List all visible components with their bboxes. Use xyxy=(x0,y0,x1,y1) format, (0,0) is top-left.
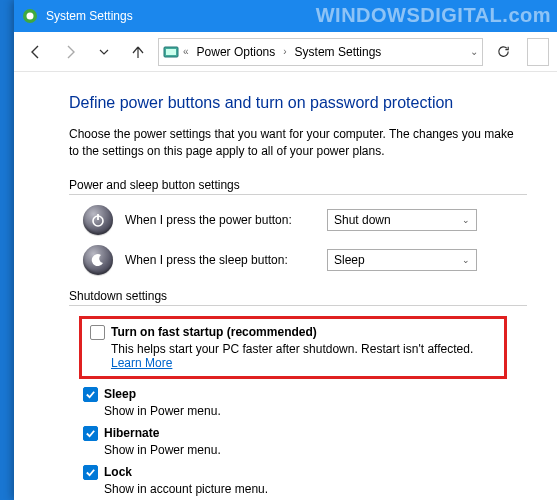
titlebar: System Settings xyxy=(14,0,557,32)
hibernate-label: Hibernate xyxy=(104,426,159,440)
power-button-row: When I press the power button: Shut down… xyxy=(83,205,527,235)
lock-sub: Show in account picture menu. xyxy=(104,482,527,496)
settings-window: System Settings WINDOWSDIGITAL.com « Pow… xyxy=(14,0,557,500)
forward-button[interactable] xyxy=(56,38,84,66)
window-icon xyxy=(22,8,38,24)
chevron-right-icon: › xyxy=(283,46,286,57)
page-title: Define power buttons and turn on passwor… xyxy=(69,94,527,112)
chevron-down-icon: ⌄ xyxy=(462,215,470,225)
fast-startup-label: Turn on fast startup (recommended) xyxy=(111,325,317,339)
lock-checkbox[interactable] xyxy=(83,465,98,480)
back-button[interactable] xyxy=(22,38,50,66)
power-sleep-section: Power and sleep button settings When I p… xyxy=(69,178,527,275)
shutdown-section: Shutdown settings Turn on fast startup (… xyxy=(69,289,527,496)
sleep-checkbox[interactable] xyxy=(83,387,98,402)
refresh-button[interactable] xyxy=(489,38,517,66)
up-button[interactable] xyxy=(124,38,152,66)
power-button-dropdown[interactable]: Shut down ⌄ xyxy=(327,209,477,231)
sleep-button-value: Sleep xyxy=(334,253,365,267)
breadcrumb-dropdown-icon[interactable]: ⌄ xyxy=(470,46,478,57)
recent-locations-button[interactable] xyxy=(90,38,118,66)
navigation-bar: « Power Options › System Settings ⌄ xyxy=(14,32,557,72)
sleep-button-label: When I press the sleep button: xyxy=(125,253,315,267)
lock-label: Lock xyxy=(104,465,132,479)
chevron-down-icon: ⌄ xyxy=(462,255,470,265)
power-button-value: Shut down xyxy=(334,213,391,227)
window-title: System Settings xyxy=(46,9,133,23)
sleep-icon xyxy=(83,245,113,275)
sleep-row: Sleep Show in Power menu. xyxy=(83,387,527,418)
fast-startup-checkbox[interactable] xyxy=(90,325,105,340)
sleep-sub: Show in Power menu. xyxy=(104,404,527,418)
content-area: Define power buttons and turn on passwor… xyxy=(14,72,557,500)
power-button-label: When I press the power button: xyxy=(125,213,315,227)
svg-rect-3 xyxy=(166,49,176,55)
svg-point-1 xyxy=(27,13,34,20)
lock-row: Lock Show in account picture menu. xyxy=(83,465,527,496)
breadcrumb-bar[interactable]: « Power Options › System Settings ⌄ xyxy=(158,38,483,66)
learn-more-link[interactable]: Learn More xyxy=(111,356,172,370)
hibernate-row: Hibernate Show in Power menu. xyxy=(83,426,527,457)
fast-startup-sub: This helps start your PC faster after sh… xyxy=(111,342,496,370)
fast-startup-row: Turn on fast startup (recommended) This … xyxy=(90,325,496,370)
power-sleep-header: Power and sleep button settings xyxy=(69,178,527,195)
breadcrumb-system-settings[interactable]: System Settings xyxy=(291,43,386,61)
hibernate-sub: Show in Power menu. xyxy=(104,443,527,457)
search-input[interactable] xyxy=(527,38,549,66)
breadcrumb-power-options[interactable]: Power Options xyxy=(193,43,280,61)
breadcrumb-chevron-icon: « xyxy=(183,46,189,57)
sleep-label: Sleep xyxy=(104,387,136,401)
shutdown-header: Shutdown settings xyxy=(69,289,527,306)
power-icon xyxy=(83,205,113,235)
control-panel-icon xyxy=(163,44,179,60)
sleep-button-dropdown[interactable]: Sleep ⌄ xyxy=(327,249,477,271)
page-description: Choose the power settings that you want … xyxy=(69,126,527,160)
fast-startup-callout: Turn on fast startup (recommended) This … xyxy=(79,316,507,379)
sleep-button-row: When I press the sleep button: Sleep ⌄ xyxy=(83,245,527,275)
hibernate-checkbox[interactable] xyxy=(83,426,98,441)
